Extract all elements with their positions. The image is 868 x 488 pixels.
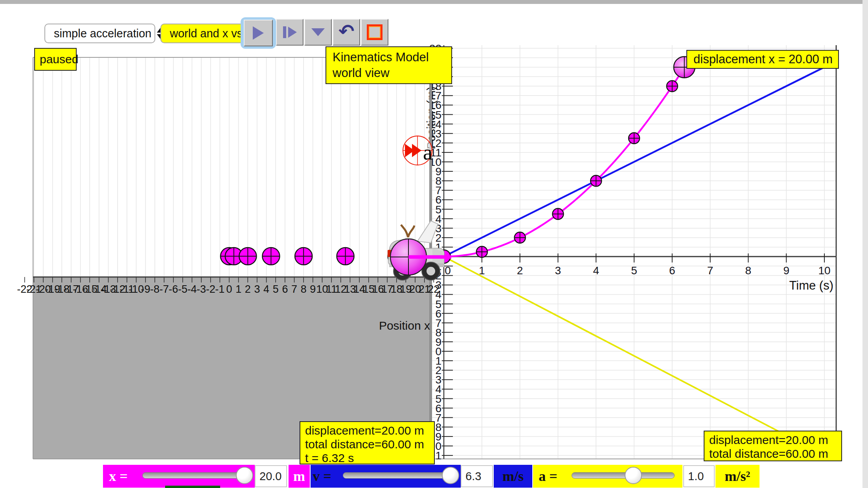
world-title-label: Kinematics Model world view bbox=[326, 46, 452, 84]
svg-text:-6: -6 bbox=[169, 283, 178, 295]
data-point-marker bbox=[476, 246, 487, 257]
svg-text:2: 2 bbox=[245, 283, 251, 295]
a-unit-label: m/s² bbox=[715, 465, 760, 488]
svg-text:6: 6 bbox=[282, 283, 288, 295]
svg-text:-3: -3 bbox=[197, 283, 206, 295]
svg-text:4: 4 bbox=[593, 264, 599, 277]
stop-icon bbox=[367, 24, 383, 40]
svg-text:8: 8 bbox=[745, 264, 752, 277]
position-vector-line bbox=[408, 255, 451, 259]
clear-button[interactable] bbox=[361, 19, 388, 46]
paused-status-badge: paused bbox=[34, 48, 77, 71]
v-slider-thumb[interactable] bbox=[442, 467, 459, 484]
x-slider-label: x = bbox=[103, 465, 134, 488]
app-window: 0123456789101098765432109876543210123456… bbox=[0, 0, 868, 488]
svg-text:4: 4 bbox=[263, 283, 269, 295]
x-unit-label: m bbox=[289, 465, 310, 488]
svg-text:-5: -5 bbox=[178, 283, 188, 295]
data-point-marker bbox=[239, 248, 256, 265]
data-point-marker bbox=[295, 248, 312, 265]
window-top-edge bbox=[0, 0, 868, 4]
a-slider-label: a = bbox=[533, 465, 563, 488]
world-axis-tick-labels: -22-21-20-19-18-17-16-15-14-13-12-11-10-… bbox=[17, 283, 440, 295]
x-value-field[interactable]: 20.0 bbox=[255, 465, 287, 487]
svg-text:-7: -7 bbox=[159, 283, 169, 295]
a-value-field[interactable]: 1.0 bbox=[683, 465, 715, 487]
v-slider-label: v = bbox=[311, 465, 333, 488]
data-point-marker bbox=[552, 209, 563, 220]
svg-text:7: 7 bbox=[291, 283, 297, 295]
world-info-box: displacement=20.00 m total distance=60.0… bbox=[300, 421, 435, 464]
svg-text:6: 6 bbox=[669, 264, 675, 277]
graph-info-box: displacement=20.00 m total distance=60.0… bbox=[704, 431, 842, 461]
data-point-marker bbox=[667, 81, 678, 92]
data-point-marker bbox=[629, 133, 640, 144]
svg-text:9: 9 bbox=[783, 264, 789, 277]
svg-text:5: 5 bbox=[631, 264, 637, 277]
svg-text:-1: -1 bbox=[215, 283, 224, 295]
svg-text:10: 10 bbox=[818, 264, 830, 277]
svg-text:-2: -2 bbox=[206, 283, 215, 295]
svg-text:3: 3 bbox=[254, 283, 260, 295]
model-select[interactable]: simple acceleration bbox=[44, 24, 155, 43]
world-title-line1: Kinematics Model bbox=[333, 50, 451, 65]
svg-text:8: 8 bbox=[301, 283, 307, 295]
acceleration-label: a bbox=[423, 141, 432, 164]
partial-hidden-control bbox=[165, 486, 220, 488]
graph-panel: 0123456789101098765432109876543210123456… bbox=[425, 42, 837, 462]
view-select-value: world and x vs t bbox=[170, 27, 249, 40]
svg-text:-8: -8 bbox=[150, 283, 160, 295]
show-more-button[interactable] bbox=[304, 19, 332, 46]
x-slider-thumb[interactable] bbox=[236, 467, 253, 484]
v-unit-label: m/s bbox=[494, 465, 532, 488]
svg-text:2: 2 bbox=[517, 264, 523, 277]
svg-text:-9: -9 bbox=[141, 283, 150, 295]
svg-text:0: 0 bbox=[226, 283, 232, 295]
a-slider-thumb[interactable] bbox=[625, 467, 642, 484]
svg-text:22: 22 bbox=[428, 283, 440, 295]
v-value-field[interactable]: 6.3 bbox=[461, 465, 493, 487]
svg-text:-4: -4 bbox=[187, 283, 197, 295]
graph-displacement-label: displacement x = 20.00 m bbox=[686, 50, 839, 69]
data-point-marker bbox=[590, 175, 601, 186]
play-icon bbox=[253, 26, 264, 40]
graph-x-axis-title: Time (s) bbox=[789, 279, 834, 292]
triangle-down-icon bbox=[311, 28, 325, 36]
reset-button[interactable]: ↶ bbox=[333, 19, 360, 46]
play-button[interactable] bbox=[244, 20, 273, 46]
acceleration-handle[interactable]: a bbox=[403, 136, 432, 165]
data-point-marker bbox=[262, 248, 280, 265]
data-point-marker bbox=[337, 248, 354, 265]
world-title-line2: world view bbox=[333, 65, 451, 81]
step-button[interactable] bbox=[276, 19, 303, 46]
step-icon bbox=[283, 26, 286, 38]
model-select-value: simple acceleration bbox=[54, 27, 151, 40]
svg-text:3: 3 bbox=[555, 264, 561, 277]
svg-text:9: 9 bbox=[310, 283, 316, 295]
world-axis-title: Position x bbox=[365, 319, 430, 332]
data-point-marker bbox=[515, 232, 526, 243]
svg-text:7: 7 bbox=[707, 264, 714, 277]
svg-text:1: 1 bbox=[235, 283, 241, 295]
reset-icon: ↶ bbox=[338, 22, 354, 40]
svg-text:5: 5 bbox=[273, 283, 279, 295]
window-right-edge bbox=[862, 0, 868, 488]
view-select[interactable]: world and x vs t bbox=[160, 24, 247, 43]
